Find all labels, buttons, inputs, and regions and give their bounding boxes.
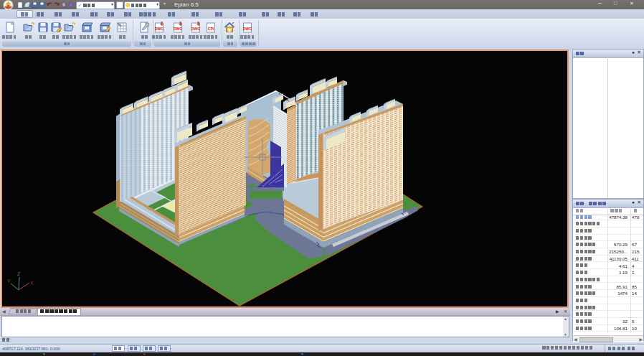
svg-text:Z: Z [17,271,21,276]
svg-text:DWG: DWG [155,27,164,31]
svg-text:CPI: CPI [208,27,214,31]
svg-text:DWG: DWG [191,27,200,31]
svg-text:DWG: DWG [174,27,182,31]
svg-text:DWG: DWG [243,27,252,31]
svg-text:Y: Y [7,278,11,284]
svg-text:X: X [30,281,34,286]
